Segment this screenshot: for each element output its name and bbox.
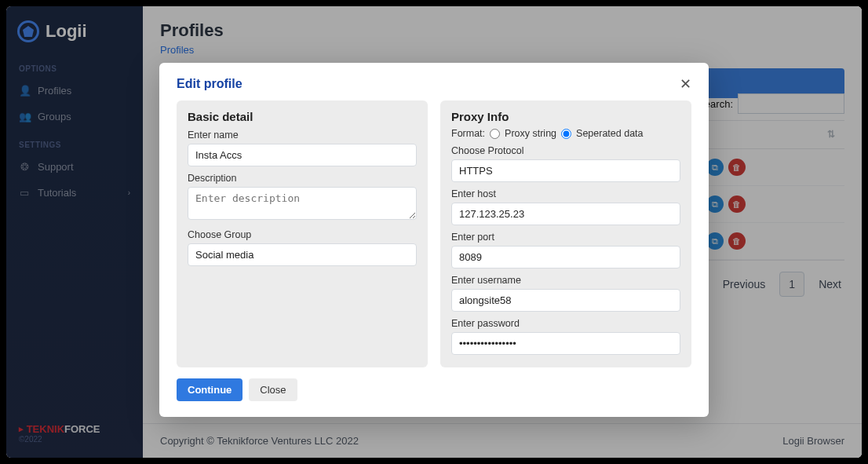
format-row: Format: Proxy string Seperated data: [451, 128, 680, 139]
port-input[interactable]: [451, 246, 680, 269]
format-radio-separated[interactable]: [561, 129, 571, 139]
proxy-heading: Proxy Info: [451, 110, 680, 123]
password-label: Enter password: [451, 318, 680, 329]
group-label: Choose Group: [188, 229, 417, 240]
modal-overlay: Edit profile ✕ Basic detail Enter name D…: [6, 6, 862, 458]
password-input[interactable]: [451, 332, 680, 355]
basic-heading: Basic detail: [188, 110, 417, 123]
host-input[interactable]: [451, 203, 680, 225]
port-label: Enter port: [451, 232, 680, 243]
username-input[interactable]: [451, 289, 680, 312]
modal-title: Edit profile: [177, 77, 243, 91]
name-input[interactable]: [188, 144, 417, 166]
format-radio-string[interactable]: [490, 129, 500, 139]
host-label: Enter host: [451, 188, 680, 199]
username-label: Enter username: [451, 275, 680, 286]
proxy-info-card: Proxy Info Format: Proxy string Seperate…: [440, 100, 691, 367]
close-button[interactable]: Close: [249, 378, 297, 401]
format-opt-string: Proxy string: [505, 128, 556, 139]
close-icon[interactable]: ✕: [680, 75, 691, 93]
description-label: Description: [188, 173, 417, 184]
group-select[interactable]: [188, 243, 417, 266]
app-window: Logii OPTIONS 👤 Profiles 👥 Groups SETTIN…: [6, 6, 862, 458]
format-label: Format:: [451, 128, 485, 139]
name-label: Enter name: [188, 130, 417, 141]
description-input[interactable]: [188, 187, 417, 220]
continue-button[interactable]: Continue: [177, 378, 243, 401]
protocol-select[interactable]: [451, 159, 680, 182]
basic-detail-card: Basic detail Enter name Description Choo…: [177, 100, 428, 367]
protocol-label: Choose Protocol: [451, 145, 680, 156]
format-opt-separated: Seperated data: [576, 128, 644, 139]
edit-profile-modal: Edit profile ✕ Basic detail Enter name D…: [159, 63, 709, 417]
